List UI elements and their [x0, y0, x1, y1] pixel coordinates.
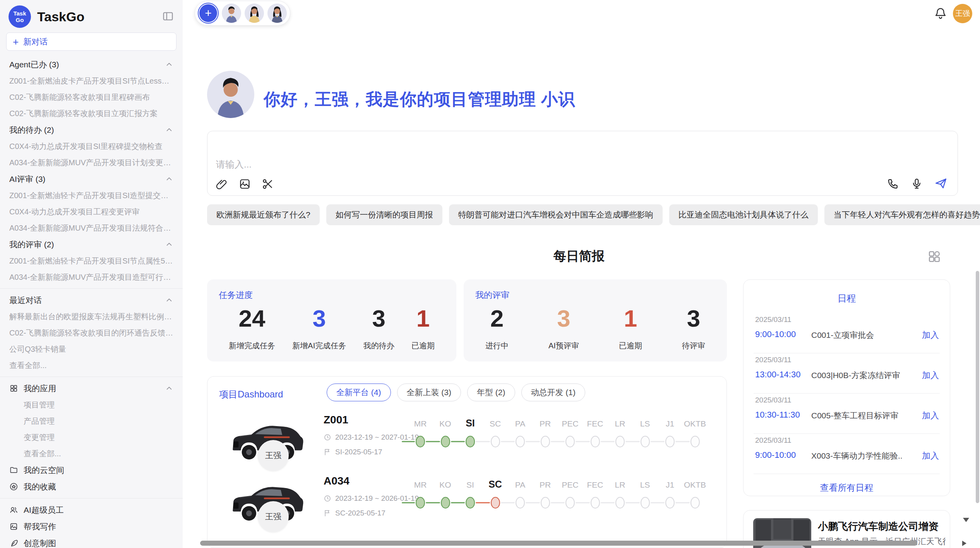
- sidebar-item-ai-super-staff[interactable]: AI超级员工: [6, 502, 176, 518]
- milestone-node-J1[interactable]: [665, 497, 675, 509]
- sidebar-list-item[interactable]: C02-飞腾新能源轻客改款项目里程碑画布: [6, 89, 176, 105]
- suggestion-chip[interactable]: 如何写一份清晰的项目周报: [326, 204, 442, 225]
- sidebar-list-item[interactable]: Z001-全新燃油轻卡产品开发项目SI节点属性5D文件评审: [6, 253, 176, 269]
- microphone-icon[interactable]: [911, 178, 923, 190]
- user-avatar[interactable]: 王强: [953, 4, 972, 23]
- image-upload-icon[interactable]: [239, 178, 251, 190]
- milestone-node-PA[interactable]: [516, 497, 525, 509]
- pen-icon: [9, 539, 18, 548]
- join-meeting-link[interactable]: 加入: [922, 410, 939, 421]
- sidebar-section-header-agent-done[interactable]: Agent已办 (3): [6, 56, 176, 73]
- sidebar-section-header-my-review[interactable]: 我的评审 (2): [6, 236, 176, 253]
- sidebar-groups: Agent已办 (3)Z001-全新燃油皮卡产品开发项目SI节点Lesson L…: [6, 56, 176, 548]
- sidebar-list-item[interactable]: C02-飞腾新能源轻客改款项目立项汇报方案: [6, 105, 176, 122]
- agent-avatar-1[interactable]: [222, 3, 241, 23]
- agent-avatar-3[interactable]: [267, 3, 287, 23]
- sidebar-item-my-cloud[interactable]: 我的云空间: [6, 462, 176, 478]
- sidebar-section-header-my-apps[interactable]: 我的应用: [6, 380, 176, 397]
- sidebar-list-item[interactable]: A034-全新新能源MUV产品开发项目造型可行性评审: [6, 269, 176, 285]
- suggestion-chip[interactable]: 特朗普可能对进口汽车增税会对中国车企造成哪些影响: [449, 204, 663, 225]
- sidebar-list-item[interactable]: 产品管理: [6, 413, 176, 429]
- milestone-connector: [501, 441, 515, 442]
- milestone-node-OKTB[interactable]: [690, 436, 700, 447]
- milestone-node-LS[interactable]: [641, 436, 650, 447]
- sidebar-list-item[interactable]: A034-全新新能源MUV产品开发项目计划变更表编写: [6, 154, 176, 171]
- app-logo: Task Go: [9, 5, 31, 28]
- milestone-node-FEC[interactable]: [591, 436, 600, 447]
- agent-avatar-2[interactable]: [245, 3, 264, 23]
- sidebar-item-help-me-write[interactable]: 帮我写作: [6, 518, 176, 535]
- vertical-scrollbar-thumb[interactable]: [976, 271, 979, 503]
- join-meeting-link[interactable]: 加入: [922, 450, 939, 462]
- sidebar-list-item[interactable]: C0X4-动力总成开发项目工程变更评审: [6, 204, 176, 220]
- milestone-node-LS[interactable]: [641, 497, 650, 509]
- milestone-node-MR[interactable]: [416, 436, 425, 447]
- milestone-node-SI[interactable]: [466, 436, 475, 447]
- sidebar-item-my-favorites[interactable]: 我的收藏: [6, 478, 176, 495]
- sidebar-list-item[interactable]: Z001-全新燃油皮卡产品开发项目SI节点Lesson Learn报告: [6, 73, 176, 89]
- sidebar-list-item[interactable]: C0X4-动力总成开发项目SI里程碑提交物检查: [6, 138, 176, 154]
- milestone-node-MR[interactable]: [416, 497, 425, 509]
- layout-grid-icon[interactable]: [927, 249, 942, 264]
- suggestion-chip[interactable]: 当下年轻人对汽车外观有怎样的喜好趋势: [824, 204, 980, 225]
- sidebar-section-header-ai-review[interactable]: AI评审 (3): [6, 171, 176, 187]
- notifications-bell-icon[interactable]: [934, 6, 947, 20]
- sidebar-list-item[interactable]: Z001-全新燃油轻卡产品开发项目SI造型提交物评审: [6, 187, 176, 204]
- milestone-node-PR[interactable]: [541, 497, 550, 509]
- chat-input[interactable]: 请输入...: [207, 131, 958, 196]
- sidebar-section-header-my-todo[interactable]: 我的待办 (2): [6, 122, 176, 138]
- dashboard-tab[interactable]: 年型 (2): [467, 384, 515, 401]
- sidebar-list-item[interactable]: 公司Q3轻卡销量: [6, 341, 176, 357]
- scroll-right-arrow[interactable]: [962, 541, 966, 546]
- milestone-node-FEC[interactable]: [591, 497, 600, 509]
- milestone-node-SI[interactable]: [466, 497, 475, 509]
- dashboard-tab[interactable]: 全新上装 (3): [397, 384, 461, 401]
- suggestion-chip[interactable]: 欧洲新规最近颁布了什么?: [207, 204, 320, 225]
- schedule-divider: [754, 474, 940, 474]
- new-chat-button[interactable]: + 新对话: [6, 33, 176, 51]
- sidebar-list-item[interactable]: A034-全新新能源MUV产品开发项目法规符合性评审: [6, 220, 176, 236]
- milestone-node-PEC[interactable]: [565, 497, 575, 509]
- my-review-title: 我的评审: [475, 289, 715, 301]
- sidebar-section-header-recent-chats[interactable]: 最近对话: [6, 292, 176, 308]
- milestone-node-PA[interactable]: [516, 436, 525, 447]
- sidebar-list-item[interactable]: 查看全部...: [6, 445, 176, 462]
- sidebar-list-item[interactable]: 解释最新出台的欧盟报废车法规再生塑料比例被调至15%...: [6, 308, 176, 325]
- sidebar-list-item[interactable]: 变更管理: [6, 429, 176, 445]
- sidebar-list-item[interactable]: C02-飞腾新能源轻客改款项目的闭环通告反馈情况: [6, 325, 176, 341]
- add-agent-button[interactable]: +: [199, 4, 217, 22]
- sidebar-list-item[interactable]: 项目管理: [6, 397, 176, 413]
- join-meeting-link[interactable]: 加入: [922, 329, 939, 341]
- dashboard-tab[interactable]: 动总开发 (1): [521, 384, 586, 401]
- view-all-schedule-link[interactable]: 查看所有日程: [744, 482, 950, 494]
- horizontal-scrollbar-thumb[interactable]: [200, 541, 917, 546]
- milestone-node-LR[interactable]: [615, 436, 625, 447]
- project-row-Z001[interactable]: 王强Z0012023-12-19 ~ 2027-01-19SI-2025-05-…: [207, 411, 726, 473]
- person-illustration: [245, 3, 264, 23]
- milestone-node-J1[interactable]: [665, 436, 675, 447]
- project-dashboard-title: 项目Dashboard: [219, 388, 283, 401]
- scroll-down-arrow[interactable]: [963, 518, 969, 522]
- my-review-card: 我的评审 2进行中3AI预评审1已逾期3待评审: [464, 279, 727, 361]
- milestone-node-PR[interactable]: [541, 436, 550, 447]
- suggestion-chip[interactable]: 比亚迪全固态电池计划具体说了什么: [669, 204, 818, 225]
- attachment-icon[interactable]: [216, 178, 228, 190]
- join-meeting-link[interactable]: 加入: [922, 370, 939, 381]
- send-icon[interactable]: [934, 177, 947, 190]
- phone-call-icon[interactable]: [887, 178, 899, 190]
- milestone-node-KO[interactable]: [441, 497, 450, 509]
- sidebar-item-label: 我的云空间: [24, 465, 64, 476]
- scissors-icon[interactable]: [262, 178, 274, 190]
- collapse-sidebar-icon[interactable]: [162, 10, 174, 22]
- project-row-A034[interactable]: 王强A0342023-12-19 ~ 2026-01-19SC-2025-05-…: [207, 472, 726, 534]
- sidebar-list-item[interactable]: 查看全部...: [6, 357, 176, 373]
- sidebar-item-creative-drawing[interactable]: 创意制图: [6, 535, 176, 548]
- milestone-node-LR[interactable]: [615, 497, 625, 509]
- milestone-node-OKTB[interactable]: [690, 497, 700, 509]
- milestone-node-KO[interactable]: [441, 436, 450, 447]
- milestone-node-SC[interactable]: [491, 436, 500, 447]
- dashboard-tab[interactable]: 全新平台 (4): [327, 384, 391, 401]
- chevron-up-icon: [165, 296, 173, 305]
- milestone-node-PEC[interactable]: [565, 436, 575, 447]
- milestone-node-SC[interactable]: [491, 497, 500, 509]
